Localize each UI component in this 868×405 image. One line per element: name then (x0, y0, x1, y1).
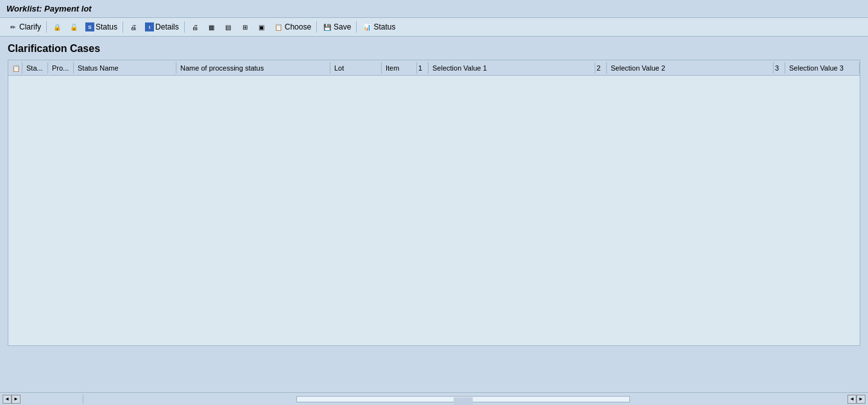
col-header-row-icon: 📋 (8, 62, 22, 74)
col-header-num2: 2 (595, 62, 607, 74)
bottom-scrollbar: ◄ ► ◄ ► (0, 392, 868, 405)
col-header-lot: Lot (330, 62, 382, 74)
section-title: Clarification Cases (8, 43, 860, 55)
col-header-pro: Pro... (48, 62, 74, 74)
clarification-cases-table: 📋 Sta... Pro... Status Name Name of proc… (8, 60, 860, 346)
pencil-icon: ✏ (8, 22, 18, 32)
filter2-button[interactable]: ▤ (221, 21, 236, 33)
table-header-icon: 📋 (12, 65, 20, 72)
lock-icon: 🔒 (52, 22, 62, 32)
details-icon: i (145, 22, 154, 31)
separator-4 (316, 21, 317, 33)
lock-button-2[interactable]: 🔓 (66, 21, 81, 33)
filter1-icon: ▦ (207, 22, 217, 32)
filter3-button[interactable]: ⊞ (237, 21, 253, 33)
scroll-right-arrow[interactable]: ► (12, 395, 21, 404)
col-header-sel1: Selection Value 1 (429, 62, 595, 74)
details-button[interactable]: i Details (142, 21, 182, 33)
separator-3 (184, 21, 185, 33)
separator-2 (123, 21, 123, 33)
horizontal-scroll-thumb[interactable] (454, 397, 473, 406)
left-scrollbar-section: ◄ ► (0, 395, 83, 404)
scroll-left-arrow[interactable]: ◄ (3, 395, 12, 404)
save-button[interactable]: 💾 Save (319, 21, 353, 33)
status-button-1[interactable]: S Status (83, 21, 120, 33)
window-title: Worklist: Payment lot (0, 0, 868, 18)
scroll-right-arrow-2[interactable]: ◄ (847, 395, 856, 404)
separator-1 (46, 21, 47, 33)
col-header-sta: Sta... (22, 62, 48, 74)
separator-5 (356, 21, 357, 33)
print-icon: 🖨 (128, 22, 139, 32)
center-scrollbar-section (83, 396, 842, 402)
toolbar: ✏ Clarify 🔒 🔓 S Status 🖨 i Details 🖨 ▦ ▤… (0, 18, 868, 37)
col-header-status-name: Status Name (74, 62, 176, 74)
scroll-right-arrow-3[interactable]: ► (856, 395, 865, 404)
save-icon: 💾 (322, 22, 332, 32)
filter2-icon: ▤ (223, 22, 234, 32)
col-header-sel3: Selection Value 3 (785, 62, 860, 74)
filter3-icon: ⊞ (240, 22, 250, 32)
print-button[interactable]: 🖨 (126, 21, 141, 33)
col-header-num1: 1 (417, 62, 429, 74)
choose-button[interactable]: 📋 Choose (271, 21, 314, 33)
lock-button-1[interactable]: 🔒 (49, 21, 65, 33)
lock2-icon: 🔓 (69, 22, 79, 32)
horizontal-scroll-track[interactable] (296, 396, 630, 402)
table-body (8, 76, 860, 345)
right-scrollbar-section: ◄ ► (842, 395, 868, 404)
print2-button[interactable]: 🖨 (187, 21, 203, 33)
col-header-item: Item (382, 62, 417, 74)
choose-icon: 📋 (273, 22, 284, 32)
col-header-proc-status: Name of processing status (176, 62, 330, 74)
status-button-2[interactable]: 📊 Status (359, 21, 398, 33)
col-header-num3: 3 (774, 62, 785, 74)
status-icon: S (85, 22, 94, 31)
status2-icon: 📊 (362, 22, 372, 32)
main-content: Clarification Cases 📋 Sta... Pro... Stat… (0, 37, 868, 352)
filter4-button[interactable]: ▣ (254, 21, 269, 33)
table-header: 📋 Sta... Pro... Status Name Name of proc… (8, 60, 860, 76)
filter4-icon: ▣ (257, 22, 267, 32)
clarify-button[interactable]: ✏ Clarify (5, 21, 44, 33)
col-header-sel2: Selection Value 2 (607, 62, 774, 74)
filter1-button[interactable]: ▦ (204, 21, 219, 33)
print2-icon: 🖨 (190, 22, 200, 32)
